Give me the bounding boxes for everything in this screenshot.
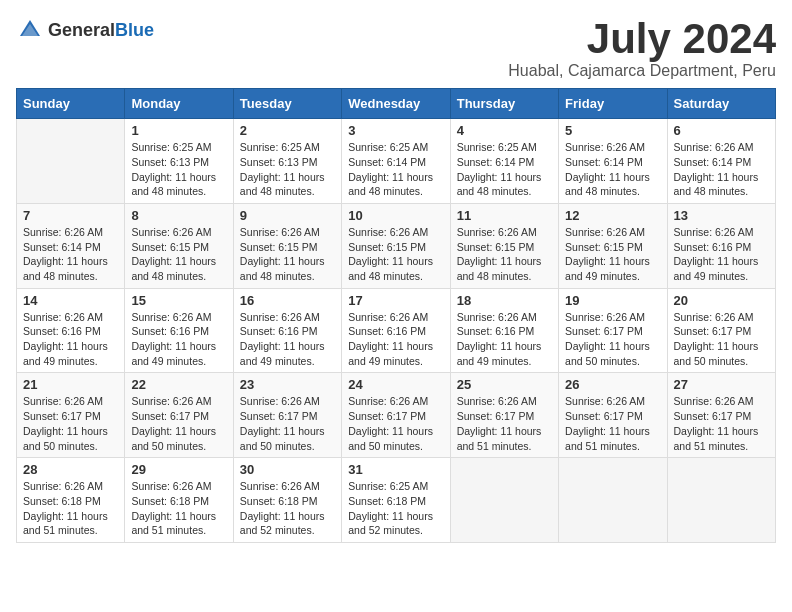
calendar-cell: 11Sunrise: 6:26 AMSunset: 6:15 PMDayligh… <box>450 203 558 288</box>
day-info: Sunrise: 6:26 AMSunset: 6:18 PMDaylight:… <box>131 479 226 538</box>
calendar-week-2: 7Sunrise: 6:26 AMSunset: 6:14 PMDaylight… <box>17 203 776 288</box>
day-info: Sunrise: 6:26 AMSunset: 6:16 PMDaylight:… <box>240 310 335 369</box>
day-number: 20 <box>674 293 769 308</box>
calendar-cell: 23Sunrise: 6:26 AMSunset: 6:17 PMDayligh… <box>233 373 341 458</box>
logo-icon <box>16 16 44 44</box>
calendar-cell: 16Sunrise: 6:26 AMSunset: 6:16 PMDayligh… <box>233 288 341 373</box>
day-number: 22 <box>131 377 226 392</box>
day-number: 16 <box>240 293 335 308</box>
calendar-cell: 3Sunrise: 6:25 AMSunset: 6:14 PMDaylight… <box>342 119 450 204</box>
day-info: Sunrise: 6:26 AMSunset: 6:15 PMDaylight:… <box>457 225 552 284</box>
day-info: Sunrise: 6:26 AMSunset: 6:14 PMDaylight:… <box>23 225 118 284</box>
day-number: 2 <box>240 123 335 138</box>
day-number: 31 <box>348 462 443 477</box>
day-number: 13 <box>674 208 769 223</box>
day-info: Sunrise: 6:26 AMSunset: 6:15 PMDaylight:… <box>348 225 443 284</box>
day-info: Sunrise: 6:26 AMSunset: 6:17 PMDaylight:… <box>131 394 226 453</box>
calendar-cell: 24Sunrise: 6:26 AMSunset: 6:17 PMDayligh… <box>342 373 450 458</box>
day-number: 23 <box>240 377 335 392</box>
calendar-cell: 2Sunrise: 6:25 AMSunset: 6:13 PMDaylight… <box>233 119 341 204</box>
calendar-cell: 17Sunrise: 6:26 AMSunset: 6:16 PMDayligh… <box>342 288 450 373</box>
day-info: Sunrise: 6:26 AMSunset: 6:17 PMDaylight:… <box>240 394 335 453</box>
day-info: Sunrise: 6:26 AMSunset: 6:16 PMDaylight:… <box>348 310 443 369</box>
day-info: Sunrise: 6:26 AMSunset: 6:17 PMDaylight:… <box>457 394 552 453</box>
day-number: 30 <box>240 462 335 477</box>
day-number: 29 <box>131 462 226 477</box>
calendar-cell: 31Sunrise: 6:25 AMSunset: 6:18 PMDayligh… <box>342 458 450 543</box>
day-info: Sunrise: 6:26 AMSunset: 6:15 PMDaylight:… <box>240 225 335 284</box>
title-area: July 2024 Huabal, Cajamarca Department, … <box>508 16 776 80</box>
calendar-cell: 22Sunrise: 6:26 AMSunset: 6:17 PMDayligh… <box>125 373 233 458</box>
day-info: Sunrise: 6:26 AMSunset: 6:16 PMDaylight:… <box>131 310 226 369</box>
day-number: 1 <box>131 123 226 138</box>
day-info: Sunrise: 6:26 AMSunset: 6:17 PMDaylight:… <box>674 310 769 369</box>
calendar-cell: 6Sunrise: 6:26 AMSunset: 6:14 PMDaylight… <box>667 119 775 204</box>
day-info: Sunrise: 6:26 AMSunset: 6:18 PMDaylight:… <box>240 479 335 538</box>
calendar-cell: 1Sunrise: 6:25 AMSunset: 6:13 PMDaylight… <box>125 119 233 204</box>
calendar-cell: 27Sunrise: 6:26 AMSunset: 6:17 PMDayligh… <box>667 373 775 458</box>
calendar-week-5: 28Sunrise: 6:26 AMSunset: 6:18 PMDayligh… <box>17 458 776 543</box>
day-number: 5 <box>565 123 660 138</box>
calendar-cell <box>559 458 667 543</box>
day-number: 18 <box>457 293 552 308</box>
calendar-cell <box>17 119 125 204</box>
day-number: 11 <box>457 208 552 223</box>
calendar-cell: 18Sunrise: 6:26 AMSunset: 6:16 PMDayligh… <box>450 288 558 373</box>
calendar-cell: 5Sunrise: 6:26 AMSunset: 6:14 PMDaylight… <box>559 119 667 204</box>
logo-general: General <box>48 20 115 40</box>
day-number: 15 <box>131 293 226 308</box>
calendar-header-monday: Monday <box>125 89 233 119</box>
day-number: 12 <box>565 208 660 223</box>
calendar-cell: 29Sunrise: 6:26 AMSunset: 6:18 PMDayligh… <box>125 458 233 543</box>
day-info: Sunrise: 6:26 AMSunset: 6:15 PMDaylight:… <box>131 225 226 284</box>
calendar-cell: 21Sunrise: 6:26 AMSunset: 6:17 PMDayligh… <box>17 373 125 458</box>
day-number: 7 <box>23 208 118 223</box>
day-info: Sunrise: 6:26 AMSunset: 6:16 PMDaylight:… <box>23 310 118 369</box>
calendar-header-tuesday: Tuesday <box>233 89 341 119</box>
calendar-table: SundayMondayTuesdayWednesdayThursdayFrid… <box>16 88 776 543</box>
day-number: 19 <box>565 293 660 308</box>
calendar-header-wednesday: Wednesday <box>342 89 450 119</box>
calendar-cell: 9Sunrise: 6:26 AMSunset: 6:15 PMDaylight… <box>233 203 341 288</box>
logo: GeneralBlue <box>16 16 154 44</box>
day-info: Sunrise: 6:25 AMSunset: 6:18 PMDaylight:… <box>348 479 443 538</box>
day-number: 10 <box>348 208 443 223</box>
calendar-cell: 7Sunrise: 6:26 AMSunset: 6:14 PMDaylight… <box>17 203 125 288</box>
calendar-cell: 26Sunrise: 6:26 AMSunset: 6:17 PMDayligh… <box>559 373 667 458</box>
day-info: Sunrise: 6:26 AMSunset: 6:17 PMDaylight:… <box>565 394 660 453</box>
calendar-cell: 19Sunrise: 6:26 AMSunset: 6:17 PMDayligh… <box>559 288 667 373</box>
day-info: Sunrise: 6:25 AMSunset: 6:14 PMDaylight:… <box>457 140 552 199</box>
day-number: 25 <box>457 377 552 392</box>
calendar-cell: 15Sunrise: 6:26 AMSunset: 6:16 PMDayligh… <box>125 288 233 373</box>
day-info: Sunrise: 6:26 AMSunset: 6:17 PMDaylight:… <box>23 394 118 453</box>
day-info: Sunrise: 6:26 AMSunset: 6:17 PMDaylight:… <box>348 394 443 453</box>
day-info: Sunrise: 6:26 AMSunset: 6:17 PMDaylight:… <box>565 310 660 369</box>
calendar-header-thursday: Thursday <box>450 89 558 119</box>
calendar-week-1: 1Sunrise: 6:25 AMSunset: 6:13 PMDaylight… <box>17 119 776 204</box>
calendar-cell: 25Sunrise: 6:26 AMSunset: 6:17 PMDayligh… <box>450 373 558 458</box>
day-number: 4 <box>457 123 552 138</box>
day-info: Sunrise: 6:26 AMSunset: 6:16 PMDaylight:… <box>457 310 552 369</box>
logo-blue: Blue <box>115 20 154 40</box>
day-info: Sunrise: 6:26 AMSunset: 6:14 PMDaylight:… <box>674 140 769 199</box>
calendar-cell <box>667 458 775 543</box>
day-number: 28 <box>23 462 118 477</box>
day-number: 24 <box>348 377 443 392</box>
day-info: Sunrise: 6:25 AMSunset: 6:13 PMDaylight:… <box>131 140 226 199</box>
day-number: 27 <box>674 377 769 392</box>
calendar-cell: 8Sunrise: 6:26 AMSunset: 6:15 PMDaylight… <box>125 203 233 288</box>
day-number: 21 <box>23 377 118 392</box>
day-info: Sunrise: 6:25 AMSunset: 6:13 PMDaylight:… <box>240 140 335 199</box>
calendar-cell: 20Sunrise: 6:26 AMSunset: 6:17 PMDayligh… <box>667 288 775 373</box>
calendar-header-sunday: Sunday <box>17 89 125 119</box>
day-info: Sunrise: 6:26 AMSunset: 6:16 PMDaylight:… <box>674 225 769 284</box>
day-number: 3 <box>348 123 443 138</box>
month-title: July 2024 <box>508 16 776 62</box>
calendar-header-row: SundayMondayTuesdayWednesdayThursdayFrid… <box>17 89 776 119</box>
calendar-cell: 12Sunrise: 6:26 AMSunset: 6:15 PMDayligh… <box>559 203 667 288</box>
calendar-cell: 28Sunrise: 6:26 AMSunset: 6:18 PMDayligh… <box>17 458 125 543</box>
day-info: Sunrise: 6:26 AMSunset: 6:14 PMDaylight:… <box>565 140 660 199</box>
day-number: 9 <box>240 208 335 223</box>
day-number: 17 <box>348 293 443 308</box>
calendar-header-saturday: Saturday <box>667 89 775 119</box>
